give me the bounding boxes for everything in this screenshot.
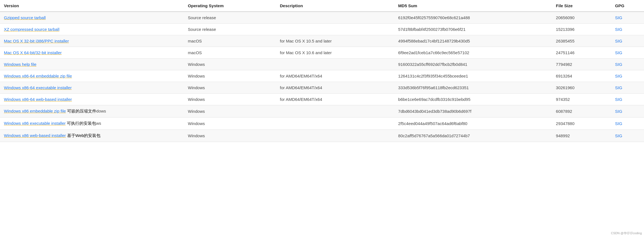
os-cell: Windows	[184, 130, 276, 142]
sig-link[interactable]: SIG	[615, 39, 622, 43]
os-cell: Windows	[184, 59, 276, 70]
sig-link[interactable]: SIG	[615, 50, 622, 55]
table-row: Windows x86 executable installer 可执行的安装包…	[0, 118, 644, 130]
gpg-cell: SIG	[611, 70, 644, 82]
file-link[interactable]: Windows x86-64 executable installer	[4, 85, 72, 90]
md5-cell: 80c2aff5d76767a5a566da01d72744b7	[394, 130, 552, 142]
version-cell: XZ compressed source tarball	[0, 24, 184, 35]
description-cell	[276, 12, 394, 24]
col-header-version: Version	[0, 0, 184, 12]
md5-cell: 6192f0e45f02575590760e68c621a488	[394, 12, 552, 24]
filesize-cell: 6087892	[552, 105, 611, 118]
version-cell: Mac OS X 64-bit/32-bit installer	[0, 47, 184, 59]
file-link[interactable]: Gzipped source tarball	[4, 15, 46, 20]
file-link[interactable]: Windows x86 embeddable zip file	[4, 109, 66, 113]
filesize-cell: 29347880	[552, 118, 611, 130]
description-cell	[276, 118, 394, 130]
file-link[interactable]: Windows x86 web-based installer	[4, 133, 66, 138]
os-cell: macOS	[184, 35, 276, 47]
md5-cell: 4994f588ebad17c4bf12148729b430d5	[394, 35, 552, 47]
md5-cell: b6be1ce6e69ac7dcdfb3316c91bebd95	[394, 94, 552, 105]
file-link[interactable]: Mac OS X 64-bit/32-bit installer	[4, 50, 62, 55]
chinese-tooltip: 基于Web的安装包	[66, 133, 101, 138]
gpg-cell: SIG	[611, 130, 644, 142]
file-link[interactable]: Windows x86-64 web-based installer	[4, 97, 72, 102]
col-header-filesize: File Size	[552, 0, 611, 12]
os-cell: Windows	[184, 105, 276, 118]
filesize-cell: 26385455	[552, 35, 611, 47]
filesize-cell: 30261960	[552, 82, 611, 94]
gpg-cell: SIG	[611, 24, 644, 35]
sig-link[interactable]: SIG	[615, 85, 622, 90]
table-row: Windows x86 web-based installer 基于Web的安装…	[0, 130, 644, 142]
sig-link[interactable]: SIG	[615, 97, 622, 102]
gpg-cell: SIG	[611, 35, 644, 47]
file-link[interactable]: XZ compressed source tarball	[4, 27, 59, 32]
md5-cell: 6f9ee2ad1fceb1a7c66c9ec565e57102	[394, 47, 552, 59]
sig-link[interactable]: SIG	[615, 62, 622, 67]
version-cell: Windows x86-64 web-based installer	[0, 94, 184, 105]
gpg-cell: SIG	[611, 59, 644, 70]
sig-link[interactable]: SIG	[615, 133, 622, 138]
filesize-cell: 24751146	[552, 47, 611, 59]
filesize-cell: 6913264	[552, 70, 611, 82]
version-cell: Windows help file	[0, 59, 184, 70]
file-link[interactable]: Mac OS X 32-bit i386/PPC installer	[4, 39, 69, 43]
description-cell: for Mac OS X 10.6 and later	[276, 47, 394, 59]
filesize-cell: 974352	[552, 94, 611, 105]
description-cell: for AMD64/EM64T/x64	[276, 82, 394, 94]
table-row: XZ compressed source tarballSource relea…	[0, 24, 644, 35]
sig-link[interactable]: SIG	[615, 74, 622, 78]
os-cell: macOS	[184, 47, 276, 59]
sig-link[interactable]: SIG	[615, 15, 622, 20]
md5-cell: 1264131c4c2f3f935f34c455bceedee1	[394, 70, 552, 82]
gpg-cell: SIG	[611, 12, 644, 24]
description-cell	[276, 130, 394, 142]
col-header-gpg: GPG	[611, 0, 644, 12]
description-cell: for Mac OS X 10.5 and later	[276, 35, 394, 47]
gpg-cell: SIG	[611, 47, 644, 59]
chinese-tooltip: 可嵌的压缩文件	[66, 109, 96, 113]
version-cell: Windows x86 web-based installer 基于Web的安装…	[0, 130, 184, 142]
version-cell: Windows x86 executable installer 可执行的安装包…	[0, 118, 184, 130]
md5-cell: 2f5c4eed044a49f507ac64ad6f6abf80	[394, 118, 552, 130]
md5-cell: 57d1f8bfbabf4f2500273fb0706e6f21	[394, 24, 552, 35]
gpg-cell: SIG	[611, 118, 644, 130]
version-cell: Windows x86-64 executable installer	[0, 82, 184, 94]
version-cell: Mac OS X 32-bit i386/PPC installer	[0, 35, 184, 47]
sig-link[interactable]: SIG	[615, 121, 622, 126]
os-cell: Source release	[184, 12, 276, 24]
table-row: Windows help fileWindows91600322a55cff69…	[0, 59, 644, 70]
gpg-cell: SIG	[611, 94, 644, 105]
description-cell	[276, 59, 394, 70]
os-cell: Windows	[184, 70, 276, 82]
os-cell: Windows	[184, 82, 276, 94]
col-header-md5: MD5 Sum	[394, 0, 552, 12]
version-cell: Gzipped source tarball	[0, 12, 184, 24]
os-suffix: ws	[96, 121, 101, 126]
chinese-tooltip: 可执行的安装包	[66, 121, 96, 126]
table-row: Windows x86-64 executable installerWindo…	[0, 82, 644, 94]
col-header-os: Operating System	[184, 0, 276, 12]
md5-cell: 333d536b5f76f95a6118fb2ecd623351	[394, 82, 552, 94]
md5-cell: 91600322a55cff692dd7fbcb2fb0d841	[394, 59, 552, 70]
file-link[interactable]: Windows x86 executable installer	[4, 121, 66, 126]
filesize-cell: 7794982	[552, 59, 611, 70]
sig-link[interactable]: SIG	[615, 27, 622, 32]
description-cell	[276, 105, 394, 118]
sig-link[interactable]: SIG	[615, 109, 622, 114]
col-header-description: Description	[276, 0, 394, 12]
md5-cell: 7dbd6043bd041ed3db738ad90b6d697f	[394, 105, 552, 118]
os-cell: Source release	[184, 24, 276, 35]
file-link[interactable]: Windows help file	[4, 62, 36, 67]
file-link[interactable]: Windows x86-64 embeddable zip file	[4, 74, 72, 78]
filesize-cell: 20656090	[552, 12, 611, 24]
filesize-cell: 15213396	[552, 24, 611, 35]
table-row: Mac OS X 32-bit i386/PPC installermacOSf…	[0, 35, 644, 47]
os-cell: Windows	[184, 94, 276, 105]
gpg-cell: SIG	[611, 82, 644, 94]
os-cell: Windows	[184, 118, 276, 130]
gpg-cell: SIG	[611, 105, 644, 118]
table-row: Windows x86-64 web-based installerWindow…	[0, 94, 644, 105]
version-cell: Windows x86-64 embeddable zip file	[0, 70, 184, 82]
